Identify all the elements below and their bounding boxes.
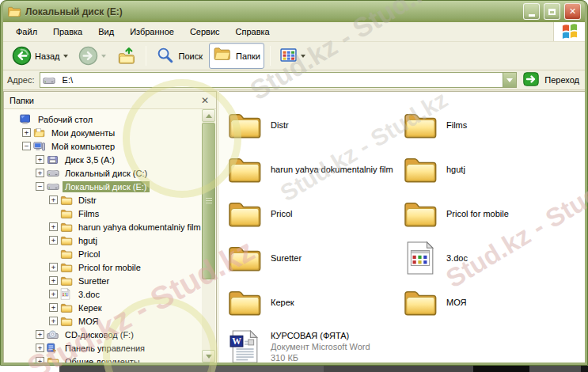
close-folders-pane-button[interactable]: ✕ (199, 95, 211, 106)
file-tile[interactable]: Керек (226, 280, 401, 325)
file-tile[interactable]: hgutj (401, 147, 577, 192)
tree-item-label: Диск 3,5 (A:) (63, 154, 117, 165)
expand-icon[interactable]: + (36, 169, 44, 177)
address-dropdown-button[interactable] (503, 73, 516, 87)
file-tile[interactable]: Distr (226, 103, 401, 147)
menu-item[interactable]: Сервис (182, 24, 228, 40)
forward-icon (78, 46, 98, 66)
file-tile[interactable]: МОЯ (401, 280, 577, 325)
up-button[interactable] (112, 43, 140, 69)
tree-item-label: Films (76, 208, 101, 219)
file-tiles: DistrFilmsharun yahya dokumentalniy film… (219, 92, 585, 363)
tree-item-label: Рабочий стол (36, 114, 95, 125)
tree-item[interactable]: +Локальный диск (C:) (6, 166, 200, 180)
minimize-button[interactable] (523, 3, 540, 20)
expand-icon[interactable]: + (49, 276, 58, 285)
tree-item[interactable]: +Керек (6, 301, 200, 314)
expand-icon[interactable]: + (36, 357, 44, 363)
go-label: Переход (544, 75, 579, 85)
collapse-icon[interactable]: − (36, 182, 44, 191)
tree-item[interactable]: +Мои документы (6, 126, 200, 139)
tree-item[interactable]: Рабочий стол (6, 112, 200, 126)
tree-item[interactable]: +CD-дисковод (F:) (6, 328, 200, 341)
address-value: E:\ (63, 75, 73, 85)
file-tile[interactable]: Pricol for mobile (401, 192, 577, 236)
close-icon: ✕ (569, 7, 576, 16)
tree-item[interactable]: +Distr (6, 193, 200, 207)
file-tile[interactable]: WКУРСОВАЯ (ФЯТА)Документ Microsoft Word3… (226, 325, 401, 363)
file-tile[interactable]: Suretter (226, 236, 401, 280)
back-label: Назад (35, 51, 60, 61)
tree-item[interactable]: +3.doc (6, 287, 200, 301)
tree-scrollbar[interactable] (202, 109, 215, 363)
file-tile[interactable]: Films (401, 103, 577, 147)
views-dropdown-caret[interactable] (301, 55, 305, 58)
tree-item-label: Мой компьютер (49, 141, 117, 152)
menu-item[interactable]: Вид (90, 24, 122, 40)
go-button[interactable]: Переход (522, 72, 581, 88)
file-tile[interactable]: harun yahya dokumentalniy film (226, 147, 401, 192)
address-combobox[interactable]: E:\ (40, 72, 518, 88)
folder-icon (60, 275, 73, 287)
expand-icon[interactable]: + (49, 263, 58, 271)
tree-item[interactable]: +harun yahya dokumentalniy film (6, 220, 200, 233)
close-button[interactable]: ✕ (564, 3, 581, 20)
search-label: Поиск (179, 51, 203, 61)
tree-item[interactable]: Films (6, 207, 200, 220)
expand-icon[interactable]: + (49, 236, 58, 245)
expand-icon[interactable]: + (36, 155, 44, 164)
folder-icon (47, 355, 59, 363)
tree-item[interactable]: +Панель управления (6, 341, 200, 355)
scroll-up-button[interactable] (202, 109, 215, 122)
folder-icon (60, 221, 73, 233)
file-tile[interactable]: 3.doc (401, 236, 577, 280)
file-tile-label: КУРСОВАЯ (ФЯТА)Документ Microsoft Word31… (271, 330, 370, 363)
tree-item[interactable]: +hgutj (6, 233, 200, 247)
folder-icon (226, 151, 264, 188)
expand-icon[interactable]: + (36, 330, 44, 339)
maximize-button[interactable] (544, 3, 560, 20)
expand-icon[interactable]: + (36, 344, 44, 352)
tree-item[interactable]: +Общие документы (6, 355, 200, 363)
back-button[interactable]: Назад (8, 43, 72, 69)
titlebar[interactable]: Локальный диск (E:) ✕ (3, 1, 585, 22)
tree-item-label: Pricol for mobile (76, 262, 143, 273)
menu-item[interactable]: Справка (228, 24, 278, 40)
file-name: Suretter (271, 252, 302, 264)
folder-icon (401, 107, 439, 143)
file-tile-label: hgutj (446, 164, 465, 175)
back-dropdown-caret[interactable] (63, 55, 68, 58)
scrollbar-thumb[interactable] (202, 123, 215, 279)
background-strip (0, 366, 588, 372)
back-icon (12, 46, 32, 66)
explorer-window: Локальный диск (E:) ✕ ФайлПравкаВидИзбра… (0, 0, 588, 366)
expand-icon[interactable]: + (49, 317, 58, 325)
forward-button[interactable] (74, 43, 110, 69)
tree-item[interactable]: Pricol (6, 247, 200, 260)
menu-item[interactable]: Избранное (122, 24, 182, 40)
menu-item[interactable]: Правка (45, 24, 90, 40)
collapse-icon[interactable]: − (22, 142, 31, 150)
scroll-down-button[interactable] (202, 350, 215, 363)
my-documents-icon (33, 127, 46, 139)
tree-item[interactable]: +Pricol for mobile (6, 260, 200, 274)
search-button[interactable]: Поиск (152, 43, 207, 69)
expand-icon[interactable]: + (49, 303, 58, 312)
expand-icon[interactable]: + (49, 222, 58, 231)
folders-label: Папки (236, 51, 260, 61)
menu-item[interactable]: Файл (8, 24, 45, 40)
tree-item[interactable]: −Мой компьютер (6, 139, 200, 153)
tree-item[interactable]: +МОЯ (6, 314, 200, 328)
file-name: КУРСОВАЯ (ФЯТА) (271, 330, 370, 341)
expand-icon[interactable]: + (22, 128, 31, 137)
thumb-grip-icon (206, 198, 212, 204)
tree-item[interactable]: +Диск 3,5 (A:) (6, 153, 200, 166)
file-tile[interactable]: Pricol (226, 192, 401, 236)
tree-item[interactable]: +Suretter (6, 274, 200, 287)
expand-icon[interactable]: + (49, 195, 58, 204)
folders-button[interactable]: Папки (209, 43, 264, 69)
tree-item[interactable]: −Локальный диск (E:) (6, 180, 200, 193)
expand-icon[interactable]: + (49, 290, 58, 298)
tree-item-label: CD-дисковод (F:) (63, 329, 136, 340)
views-button[interactable] (276, 45, 309, 67)
